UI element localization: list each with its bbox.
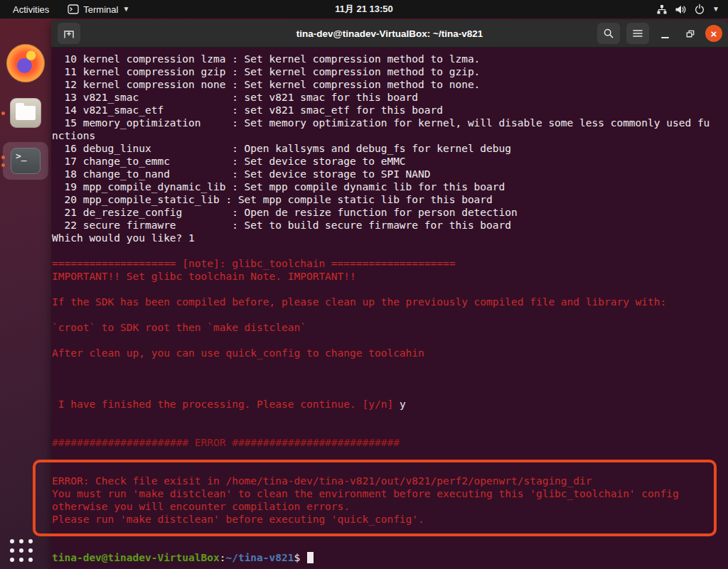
- close-button[interactable]: ×: [705, 25, 722, 42]
- terminal-line: 22 secure firmawre : Set to build secure…: [52, 219, 727, 232]
- firefox-icon: [6, 44, 45, 82]
- terminal-line: 21 de_resize_config : Open de resize fun…: [52, 206, 727, 219]
- running-indicator: [1, 148, 5, 174]
- terminal-line: [52, 372, 727, 385]
- terminal-line: ###################### ERROR ###########…: [52, 436, 727, 449]
- terminal-line: 16 debug_linux : Open kallsyms and debug…: [52, 142, 727, 155]
- terminal-line: [52, 244, 727, 257]
- terminal-line: 13 v821_smac : set v821 smac for this bo…: [52, 91, 727, 104]
- terminal-line: I have finished the processing. Please c…: [52, 398, 727, 411]
- terminal-line: [52, 411, 727, 423]
- terminal-line: tina-dev@tinadev-VirtualBox:~/tina-v821$: [52, 551, 727, 564]
- app-menu-label: Terminal: [83, 4, 118, 15]
- terminal-line: IMPORTANT!! Set glibc toolchain Note. IM…: [52, 270, 727, 283]
- terminal-line: [52, 283, 727, 296]
- terminal-line: ==================== [note]: glibc_toolc…: [52, 257, 727, 270]
- minimize-icon: [661, 37, 669, 38]
- menu-button[interactable]: [626, 23, 649, 44]
- dock-item-files[interactable]: [0, 98, 51, 128]
- dock-item-firefox[interactable]: [0, 44, 51, 82]
- chevron-down-icon: ▼: [122, 6, 129, 13]
- terminal-line: 11 kernel compression gzip : Set kernel …: [52, 65, 727, 78]
- titlebar: tina-dev@tinadev-VirtualBox: ~/tina-v821: [51, 20, 728, 48]
- terminal-line: 18 change_to_nand : Set device storage t…: [52, 168, 727, 180]
- close-icon: ×: [711, 28, 717, 39]
- app-menu-terminal[interactable]: Terminal ▼: [68, 0, 129, 18]
- terminal-line: After clean up, you can use quick_config…: [52, 347, 727, 359]
- error-annotation-box: [33, 460, 717, 536]
- terminal-line: `croot` to SDK root then `make distclean…: [52, 321, 727, 334]
- minimize-button[interactable]: [655, 23, 674, 44]
- terminal-line: [52, 334, 727, 347]
- power-icon: [694, 4, 705, 15]
- terminal-line: If the SDK has been compiled before, ple…: [52, 296, 727, 308]
- running-indicator: [1, 98, 5, 128]
- terminal-line: 19 mpp_compile_dynamic_lib : Set mpp com…: [52, 180, 727, 193]
- active-app-highlight: [3, 142, 48, 180]
- terminal-line: [52, 423, 727, 436]
- top-bar: Activities Terminal ▼ 11月 21 13:50: [0, 0, 728, 18]
- clock[interactable]: 11月 21 13:50: [335, 0, 393, 18]
- restore-icon: [685, 28, 695, 39]
- text-cursor: [307, 552, 314, 563]
- terminal-line: 14 v821_smac_etf : set v821 smac_etf for…: [52, 104, 727, 116]
- system-status-area[interactable]: ▼: [652, 0, 724, 18]
- chevron-down-icon: ▼: [712, 6, 719, 13]
- terminal-line: [52, 385, 727, 398]
- window-title: tina-dev@tinadev-VirtualBox: ~/tina-v821: [296, 28, 483, 39]
- terminal-line: 10 kernel compression lzma : Set kernel …: [52, 53, 727, 65]
- terminal-line: 20 mpp_compile_static_lib : Set mpp comp…: [52, 193, 727, 206]
- terminal-panel-icon: [68, 4, 79, 14]
- dock-item-terminal[interactable]: >_: [0, 148, 51, 174]
- terminal-line: [52, 308, 727, 321]
- show-applications-grid-icon[interactable]: [10, 539, 33, 562]
- activities-label: Activities: [13, 4, 49, 15]
- volume-icon: [675, 4, 687, 15]
- restore-button[interactable]: [680, 23, 699, 44]
- activities-button[interactable]: Activities: [13, 0, 49, 18]
- terminal-line: 17 change_to_emmc : Set device storage t…: [52, 155, 727, 168]
- terminal-line: [52, 359, 727, 372]
- terminal-line: 15 memory_optimization : Set memory opti…: [52, 116, 727, 129]
- search-button[interactable]: [597, 23, 620, 44]
- terminal-line: Which would you like? 1: [52, 232, 727, 244]
- terminal-line: 12 kernel compression none : Set kernel …: [52, 78, 727, 91]
- network-wired-icon: [656, 4, 668, 15]
- files-icon: [10, 98, 41, 128]
- terminal-line: nctions: [52, 129, 727, 142]
- terminal-line: [52, 538, 727, 551]
- new-tab-button[interactable]: [58, 23, 80, 44]
